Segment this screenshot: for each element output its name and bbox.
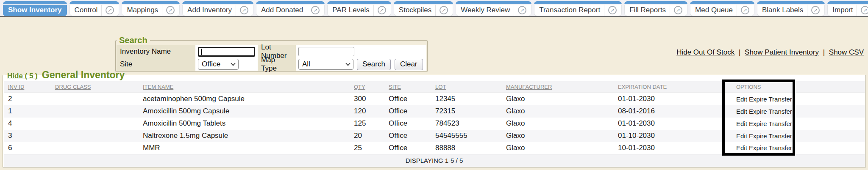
hide-count-link[interactable]: Hide ( 5 ) (7, 72, 38, 80)
transfer-link[interactable]: Transfer (768, 132, 792, 140)
tab-body: Import↗ (827, 5, 868, 16)
external-link-icon[interactable]: ↗ (741, 6, 749, 14)
external-link-icon[interactable]: ↗ (166, 6, 175, 14)
cell-filler (796, 118, 865, 130)
clear-button[interactable]: Clear (395, 59, 423, 70)
lot-number-input[interactable] (298, 47, 354, 56)
cell-drug-class (51, 105, 139, 118)
tab-top-accent (534, 1, 622, 4)
column-header-qty[interactable]: QTY (350, 81, 384, 93)
transfer-link[interactable]: Transfer (768, 96, 792, 103)
expire-link[interactable]: Expire (749, 144, 767, 151)
tab-body: Control↗ (70, 5, 120, 16)
transfer-link[interactable]: Transfer (768, 144, 792, 151)
table-pagination-status: DISPLAYING 1-5 / 5 (4, 154, 865, 167)
column-header-site[interactable]: SITE (384, 81, 431, 93)
external-link-icon[interactable]: ↗ (861, 6, 868, 14)
tab-mappings[interactable]: Mappings↗ (122, 1, 180, 16)
cell-qty: 300 (350, 93, 384, 105)
expire-link[interactable]: Expire (749, 132, 767, 140)
hide-out-of-stock-link[interactable]: Hide Out Of Stock (676, 48, 734, 56)
tab-divider (737, 5, 737, 16)
inventory-row: 1Amoxicillin 500mg Capsule120Office72315… (4, 105, 865, 118)
edit-link[interactable]: Edit (736, 132, 747, 140)
cell-drug-class (51, 130, 139, 142)
show-csv-link[interactable]: Show CSV (829, 48, 864, 56)
tab-show-inventory[interactable]: Show Inventory (3, 1, 67, 16)
inventory-name-cell (195, 45, 258, 58)
column-header-drug-class[interactable]: DRUG CLASS (51, 81, 139, 93)
expire-link[interactable]: Expire (749, 108, 767, 115)
cell-site: Office (384, 142, 431, 154)
external-link-icon[interactable]: ↗ (240, 6, 248, 14)
external-link-icon[interactable]: ↗ (311, 6, 320, 14)
search-button[interactable]: Search (357, 59, 391, 70)
expire-link[interactable]: Expire (749, 120, 767, 127)
page: Search Inventory Name Lot Number Site Of… (0, 17, 868, 169)
cell-filler (796, 93, 865, 105)
cell-inv-id: 2 (4, 93, 51, 105)
column-header-item-name[interactable]: ITEM NAME (139, 81, 350, 93)
column-header-manufacturer[interactable]: MANUFACTURER (502, 81, 614, 93)
column-header-lot[interactable]: LOT (431, 81, 502, 93)
edit-link[interactable]: Edit (736, 108, 747, 115)
expire-link[interactable]: Expire (749, 96, 767, 103)
transfer-link[interactable]: Transfer (768, 108, 792, 115)
external-link-icon[interactable]: ↗ (106, 6, 114, 14)
tab-body: Add Donated↗ (256, 5, 325, 16)
tab-divider (857, 5, 857, 16)
tab-control[interactable]: Control↗ (70, 1, 120, 16)
cell-manufacturer: Glaxo (502, 142, 614, 154)
tab-add-donated[interactable]: Add Donated↗ (256, 1, 325, 16)
external-link-icon[interactable]: ↗ (811, 6, 820, 14)
tab-med-queue[interactable]: Med Queue↗ (690, 1, 754, 16)
tab-add-inventory[interactable]: Add Inventory↗ (182, 1, 253, 16)
tab-divider (307, 5, 307, 16)
cell-manufacturer: Glaxo (502, 118, 614, 130)
external-link-icon[interactable]: ↗ (378, 6, 386, 14)
site-select-value: Office (202, 60, 220, 69)
transfer-link[interactable]: Transfer (768, 120, 792, 127)
general-inventory-panel: Hide ( 5 ) General Inventory INV IDDRUG … (3, 69, 866, 168)
site-label: Site (117, 58, 195, 71)
search-form: Inventory Name Lot Number Site Office (117, 45, 426, 71)
tab-label: Weekly Review (461, 6, 510, 14)
external-link-icon[interactable]: ↗ (518, 6, 526, 14)
cell-item-name: acetaminophen 500mg Capsule (139, 93, 350, 105)
edit-link[interactable]: Edit (736, 120, 747, 127)
inventory-name-input[interactable] (198, 47, 255, 57)
tab-divider (101, 5, 102, 16)
external-link-icon[interactable]: ↗ (608, 6, 617, 14)
edit-link[interactable]: Edit (736, 144, 747, 151)
cell-manufacturer: Glaxo (502, 130, 614, 142)
tab-par-levels[interactable]: PAR Levels↗ (327, 1, 391, 16)
tab-top-accent (757, 1, 825, 4)
cell-filler (796, 105, 865, 118)
tab-top-accent (3, 1, 67, 4)
column-header-inv-id[interactable]: INV ID (4, 81, 51, 93)
tab-body: Weekly Review↗ (456, 5, 531, 16)
tab-transaction-report[interactable]: Transaction Report↗ (534, 1, 622, 16)
external-link-icon[interactable]: ↗ (440, 6, 448, 14)
external-link-icon[interactable]: ↗ (674, 6, 682, 14)
tab-fill-reports[interactable]: Fill Reports↗ (624, 1, 687, 16)
map-type-label: Map Type (258, 58, 296, 71)
site-select[interactable]: Office (198, 59, 239, 70)
cell-qty: 125 (350, 118, 384, 130)
tab-label: Mappings (127, 6, 158, 14)
tab-label: Fill Reports (629, 6, 666, 14)
show-patient-inventory-link[interactable]: Show Patient Inventory (745, 48, 819, 56)
cell-lot: 54545555 (431, 130, 502, 142)
tab-label: Transaction Report (539, 6, 600, 14)
edit-link[interactable]: Edit (736, 96, 747, 103)
tab-import[interactable]: Import↗ (827, 1, 868, 16)
tab-blank-labels[interactable]: Blank Labels↗ (757, 1, 825, 16)
tab-label: Add Donated (261, 6, 303, 14)
tab-stockpiles[interactable]: Stockpiles↗ (394, 1, 453, 16)
column-header-options: OPTIONS (732, 81, 796, 93)
general-inventory-legend: Hide ( 5 ) General Inventory (5, 69, 127, 81)
tab-weekly-review[interactable]: Weekly Review↗ (456, 1, 531, 16)
map-type-select[interactable]: All (298, 59, 353, 70)
tab-divider (670, 5, 670, 16)
tab-body: Transaction Report↗ (534, 5, 622, 16)
